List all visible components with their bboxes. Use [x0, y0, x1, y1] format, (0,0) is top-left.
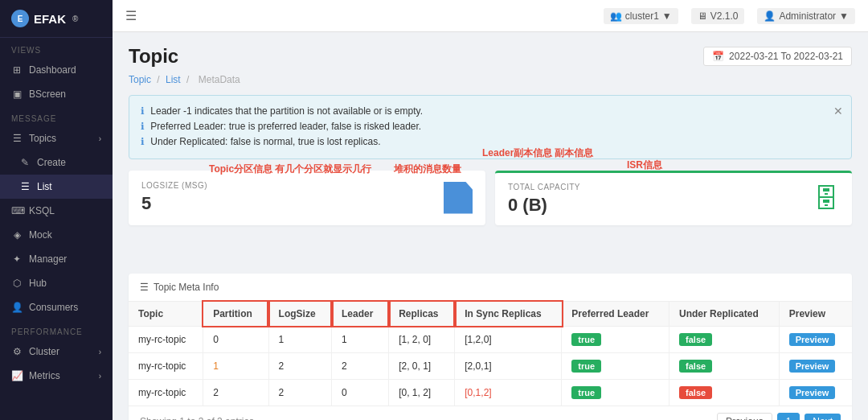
- sidebar-item-label: List: [37, 181, 52, 192]
- sidebar-item-list[interactable]: ☰ List: [0, 175, 113, 199]
- annotation-replica: 副本信息: [555, 146, 593, 160]
- dashboard-icon: ⊞: [11, 64, 23, 76]
- sidebar-item-label: Manager: [29, 253, 67, 265]
- info-icon3: ℹ: [141, 136, 145, 147]
- preview-badge-2[interactable]: Preview: [789, 386, 836, 399]
- cluster-badge[interactable]: 👥 cluster1 ▼: [604, 8, 678, 24]
- cell-topic-0: my-rc-topic: [129, 326, 203, 352]
- info-line1: ℹ Leader -1 indicates that the partition…: [141, 104, 840, 119]
- info-text1: Leader -1 indicates that the partition i…: [150, 105, 423, 117]
- breadcrumb-list[interactable]: List: [166, 74, 181, 85]
- sidebar-item-label: KSQL: [29, 205, 55, 216]
- annotation-replica-text: 副本信息: [555, 147, 593, 159]
- cell-logsize-0: 1: [268, 326, 331, 352]
- annotation-heap-text: 堆积的消息数量: [394, 163, 461, 175]
- date-range-badge[interactable]: 📅 2022-03-21 To 2022-03-21: [703, 47, 852, 66]
- sidebar-item-label: Topics: [29, 133, 56, 144]
- logsize-label: LOGSIZE (MSG): [141, 181, 207, 190]
- capacity-value: 0 (B): [508, 195, 580, 216]
- col-preview: Preview: [779, 302, 852, 327]
- cell-insync-0: [1,2,0]: [455, 326, 562, 352]
- info-close-button[interactable]: ✕: [833, 102, 843, 120]
- breadcrumb: Topic / List / MetaData: [129, 74, 852, 85]
- cell-logsize-1: 2: [268, 352, 331, 379]
- list-icon: ☰: [19, 181, 31, 192]
- cluster-icon-sm: 👥: [610, 10, 622, 22]
- cell-preview-1: Preview: [779, 352, 852, 379]
- logo-registered: ®: [72, 14, 78, 23]
- annotation-topic-text: Topic分区信息 有几个分区就显示几行: [209, 163, 371, 175]
- doc-icon: [444, 182, 473, 214]
- metrics-chevron: ›: [99, 372, 101, 381]
- sidebar-item-ksql[interactable]: ⌨ KSQL: [0, 199, 113, 223]
- consumers-icon: 👤: [11, 302, 23, 313]
- hamburger-icon[interactable]: ☰: [125, 8, 137, 23]
- sidebar-item-manager[interactable]: ✦ Manager: [0, 247, 113, 271]
- sidebar-item-bscreen[interactable]: ▣ BScreen: [0, 82, 113, 106]
- table-thead: Topic Partition LogSize Leader Replicas …: [129, 302, 852, 327]
- db-icon: 🗄: [813, 184, 839, 214]
- cell-topic-2: my-rc-topic: [129, 379, 203, 406]
- annotation-isr: ISR信息: [627, 159, 662, 172]
- logsize-info: LOGSIZE (MSG) 5: [141, 181, 207, 214]
- cell-preview-0: Preview: [779, 326, 852, 352]
- previous-button[interactable]: Previous: [717, 413, 772, 420]
- cell-insync-1: [2,0,1]: [455, 352, 562, 379]
- version-badge: 🖥 V2.1.0: [691, 8, 745, 24]
- preview-badge-0[interactable]: Preview: [789, 333, 836, 346]
- sidebar-item-label: Create: [37, 157, 66, 168]
- sidebar-item-label: Consumers: [29, 302, 78, 313]
- stats-row: LOGSIZE (MSG) 5 TOTAL CAPACITY 0 (B) 🗄: [129, 171, 852, 225]
- sidebar-item-label: Mock: [29, 229, 52, 241]
- logsize-icon-area: [444, 182, 473, 214]
- views-label: VIEWS: [0, 38, 113, 58]
- cell-logsize-2: 2: [268, 379, 331, 406]
- page-1-button[interactable]: 1: [777, 413, 800, 420]
- cluster-chevron: ▼: [662, 10, 672, 22]
- sidebar-item-dashboard[interactable]: ⊞ Dashboard: [0, 58, 113, 82]
- sidebar-item-consumers[interactable]: 👤 Consumers: [0, 295, 113, 319]
- preview-badge-1[interactable]: Preview: [789, 360, 836, 373]
- sidebar-item-mock[interactable]: ◈ Mock: [0, 223, 113, 247]
- message-label: MESSAGE: [0, 106, 113, 126]
- cell-underreplicated-2: false: [669, 379, 780, 406]
- info-text3: Under Replicated: false is normal, true …: [150, 136, 380, 147]
- next-button[interactable]: Next: [805, 414, 841, 420]
- annotation-topic-partition: Topic分区信息 有几个分区就显示几行: [209, 163, 371, 176]
- sidebar-item-hub[interactable]: ⬡ Hub: [0, 271, 113, 295]
- info-icon2: ℹ: [141, 121, 145, 132]
- cluster-name: cluster1: [625, 10, 659, 22]
- main-content: ☰ 👥 cluster1 ▼ 🖥 V2.1.0 👤 Administrator …: [113, 0, 868, 420]
- version-icon: 🖥: [698, 10, 707, 22]
- col-topic: Topic: [129, 302, 203, 327]
- col-underreplicated: Under Replicated: [669, 302, 780, 327]
- mock-icon: ◈: [11, 229, 23, 241]
- performance-label: PERFORMANCE: [0, 319, 113, 340]
- sidebar-item-cluster[interactable]: ⚙ Cluster ›: [0, 340, 113, 364]
- cell-replicas-0: [1, 2, 0]: [389, 326, 455, 352]
- user-badge[interactable]: 👤 Administrator ▼: [757, 8, 855, 24]
- preferred-badge-1: true: [571, 360, 601, 373]
- sidebar-item-label: Metrics: [29, 370, 60, 381]
- capacity-card: TOTAL CAPACITY 0 (B) 🗄: [495, 171, 852, 225]
- cell-replicas-1: [2, 0, 1]: [389, 352, 455, 379]
- sidebar-item-metrics[interactable]: 📈 Metrics ›: [0, 364, 113, 388]
- page-title-row: Topic 📅 2022-03-21 To 2022-03-21: [129, 45, 852, 68]
- breadcrumb-topic[interactable]: Topic: [129, 74, 151, 85]
- pagination: Previous 1 Next: [717, 413, 841, 420]
- cell-underreplicated-0: false: [669, 326, 780, 352]
- sidebar-item-create[interactable]: ✎ Create: [0, 150, 113, 175]
- date-range-text: 2022-03-21 To 2022-03-21: [729, 51, 843, 62]
- create-icon: ✎: [19, 157, 31, 168]
- cell-topic-1: my-rc-topic: [129, 352, 203, 379]
- table-header: ☰ Topic Meta Info: [129, 274, 852, 302]
- table-row: my-rc-topic 1 2 2 [2, 0, 1] [2,0,1] true…: [129, 352, 852, 379]
- col-logsize: LogSize: [268, 302, 331, 327]
- cell-partition-2: 2: [203, 379, 268, 406]
- user-icon: 👤: [764, 10, 776, 22]
- sidebar-item-topics[interactable]: ☰ Topics ›: [0, 126, 113, 150]
- breadcrumb-metadata: MetaData: [199, 74, 240, 85]
- table-body: my-rc-topic 0 1 1 [1, 2, 0] [1,2,0] true…: [129, 326, 852, 406]
- page-title: Topic: [129, 45, 178, 68]
- cell-underreplicated-1: false: [669, 352, 780, 379]
